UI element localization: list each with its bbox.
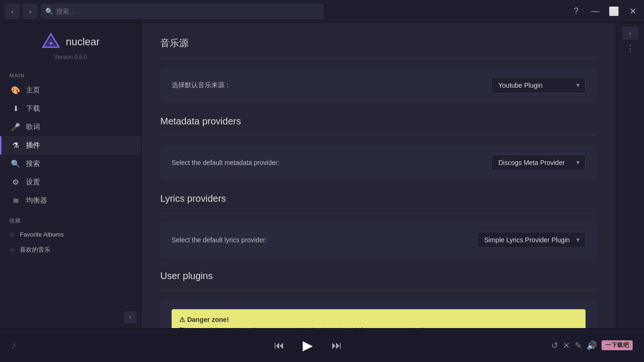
search-nav-icon: 🔍 [11, 159, 20, 168]
user-plugins-card: ⚠ Danger zone! Plugins work by running c… [160, 300, 597, 328]
sidebar-logo: nuclear Version 0.6.0 [0, 23, 141, 65]
danger-body: Plugins work by running code on your com… [179, 326, 578, 328]
main-layout: nuclear Version 0.6.0 MAIN 🎨 主页 ⬇ 下载 🎤 歌… [0, 23, 644, 328]
music-source-label: 选择默认音乐来源： [172, 81, 231, 90]
favorite-music-label: 喜欢的音乐 [20, 246, 50, 254]
maximize-button[interactable]: ⬜ [607, 5, 620, 18]
volume-icon: 🔊 [586, 340, 597, 351]
download-icon: ⬇ [11, 104, 20, 113]
sidebar-downloads-label: 下载 [26, 104, 40, 113]
sidebar-collapse-button[interactable]: ‹ [124, 311, 136, 323]
right-panel-menu-button[interactable]: ⋮ [626, 43, 635, 54]
shuffle-button[interactable]: ✕ [563, 340, 570, 351]
play-button[interactable]: ▶ [297, 335, 318, 356]
metadata-row: Select the default metadata provider: Di… [172, 155, 586, 171]
sidebar-item-downloads[interactable]: ⬇ 下载 [0, 99, 141, 118]
danger-title: ⚠ Danger zone! [179, 316, 578, 323]
lyrics-select-wrapper: Simple Lyrics Provider Plugin Genius Lyr… [477, 232, 586, 248]
equalizer-icon: ≋ [11, 196, 20, 205]
star-icon-2: ☆ [9, 247, 15, 254]
metadata-label: Select the default metadata provider: [172, 159, 280, 166]
app-name: nuclear [66, 36, 99, 48]
svg-point-2 [50, 42, 52, 45]
sidebar-item-favorite-albums[interactable]: ☆ Favorite Albums [0, 227, 141, 242]
player-center: ⏮ ▶ ⏭ [106, 335, 510, 356]
right-panel: › ⋮ [616, 23, 644, 328]
settings-icon: ⚙ [11, 178, 20, 187]
metadata-select[interactable]: Discogs Meta Provider MusicBrainz Provid… [491, 155, 586, 171]
topbar: ‹ › 🔍 ? — ⬜ ✕ [0, 0, 644, 23]
sidebar-item-favorite-music[interactable]: ☆ 喜欢的音乐 [0, 242, 141, 258]
sidebar-item-plugins[interactable]: ⚗ 插件 [0, 136, 141, 155]
collection-label: 收藏 [0, 210, 141, 227]
music-source-title: 音乐源 [160, 37, 597, 49]
metadata-select-wrapper: Discogs Meta Provider MusicBrainz Provid… [491, 155, 586, 171]
search-icon: 🔍 [45, 8, 53, 15]
music-source-divider [160, 58, 597, 58]
repeat-button[interactable]: ↺ [551, 340, 558, 351]
lyrics-title: Lyrics providers [160, 193, 597, 204]
metadata-title: Metadata providers [160, 116, 597, 127]
sidebar-home-label: 主页 [26, 86, 40, 95]
lyrics-row: Select the default lyrics provider: Simp… [172, 232, 586, 248]
minimize-button[interactable]: — [588, 5, 602, 18]
sidebar-item-equalizer[interactable]: ≋ 均衡器 [0, 191, 141, 210]
sidebar-search-label: 搜索 [26, 159, 40, 168]
plugins-icon: ⚗ [11, 141, 20, 150]
metadata-card: Select the default metadata provider: Di… [160, 145, 597, 180]
lyrics-label: Select the default lyrics provider: [172, 236, 267, 244]
window-controls: ? — ⬜ ✕ [570, 5, 639, 18]
sidebar-plugins-label: 插件 [26, 141, 40, 150]
download-badge: 一下载吧 [602, 340, 633, 350]
sidebar-item-settings[interactable]: ⚙ 设置 [0, 173, 141, 191]
search-input[interactable] [56, 8, 319, 15]
lyrics-divider [160, 213, 597, 213]
app-logo-icon [41, 32, 61, 52]
music-source-select[interactable]: Youtube Plugin Soundcloud Plugin Local F… [491, 77, 586, 93]
sidebar-main-label: MAIN [0, 65, 141, 81]
player-left: ♪ [11, 340, 106, 351]
lyrics-card: Select the default lyrics provider: Simp… [160, 222, 597, 257]
close-button[interactable]: ✕ [626, 5, 639, 18]
player-bar: ♪ ⏮ ▶ ⏭ ↺ ✕ ✎ 🔊 一下载吧 [0, 328, 644, 362]
edit-button[interactable]: ✎ [575, 340, 582, 351]
sidebar-item-lyrics[interactable]: 🎤 歌词 [0, 118, 141, 136]
metadata-divider [160, 135, 597, 136]
music-source-select-wrapper: Youtube Plugin Soundcloud Plugin Local F… [491, 77, 586, 93]
user-plugins-divider [160, 290, 597, 290]
sidebar-item-home[interactable]: 🎨 主页 [0, 81, 141, 99]
sidebar-collapse-area: ‹ [0, 306, 141, 328]
prev-button[interactable]: ⏮ [274, 339, 284, 352]
logo-row: nuclear [41, 32, 99, 52]
music-source-row: 选择默认音乐来源： Youtube Plugin Soundcloud Plug… [172, 77, 586, 93]
sidebar-equalizer-label: 均衡器 [26, 196, 47, 205]
sidebar-settings-label: 设置 [26, 178, 40, 187]
music-source-card: 选择默认音乐来源： Youtube Plugin Soundcloud Plug… [160, 68, 597, 103]
music-note-icon: ♪ [11, 340, 16, 351]
help-button[interactable]: ? [570, 5, 583, 18]
danger-zone-box: ⚠ Danger zone! Plugins work by running c… [172, 309, 586, 328]
back-button[interactable]: ‹ [5, 4, 20, 19]
user-plugins-title: User plugins [160, 271, 597, 281]
lyrics-select[interactable]: Simple Lyrics Provider Plugin Genius Lyr… [477, 232, 586, 248]
star-icon-1: ☆ [9, 231, 15, 238]
sidebar-item-search[interactable]: 🔍 搜索 [0, 155, 141, 173]
home-icon: 🎨 [11, 86, 20, 95]
search-bar: 🔍 [41, 4, 323, 19]
sidebar-lyrics-label: 歌词 [26, 123, 40, 132]
lyrics-icon: 🎤 [11, 123, 20, 132]
forward-button[interactable]: › [23, 4, 38, 19]
content-area: 音乐源 选择默认音乐来源： Youtube Plugin Soundcloud … [141, 23, 616, 328]
sidebar: nuclear Version 0.6.0 MAIN 🎨 主页 ⬇ 下载 🎤 歌… [0, 23, 141, 328]
app-version: Version 0.6.0 [54, 54, 87, 60]
player-right: ↺ ✕ ✎ 🔊 一下载吧 [510, 340, 633, 351]
right-panel-expand-button[interactable]: › [622, 26, 638, 40]
favorite-albums-label: Favorite Albums [20, 231, 64, 238]
next-button[interactable]: ⏭ [331, 339, 342, 352]
